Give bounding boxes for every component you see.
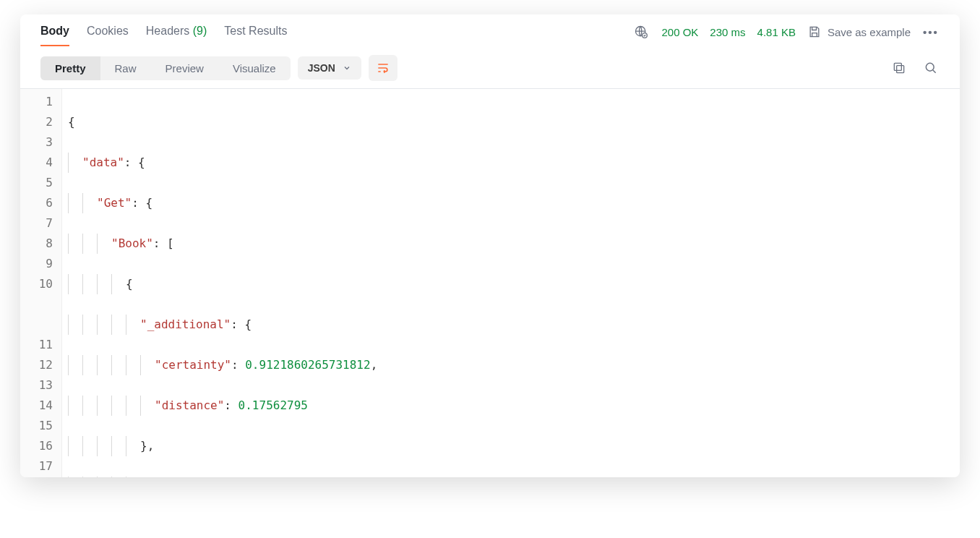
line-number: 4: [26, 153, 53, 173]
view-mode-segment: Pretty Raw Preview Visualize: [40, 56, 291, 80]
response-panel: Body Cookies Headers (9) Test Results 20…: [20, 14, 960, 477]
tab-headers[interactable]: Headers (9): [146, 25, 207, 46]
status-group: 200 OK 230 ms 4.81 KB Save as example ••…: [632, 23, 940, 48]
save-as-example-button[interactable]: Save as example: [807, 25, 911, 39]
line-number: [26, 315, 53, 335]
wrap-icon: [376, 61, 390, 75]
line-number: 10: [26, 274, 53, 294]
line-number: 3: [26, 132, 53, 153]
line-number: 5: [26, 173, 53, 193]
tab-cookies[interactable]: Cookies: [87, 25, 129, 46]
more-actions-button[interactable]: •••: [922, 23, 940, 40]
svg-rect-3: [894, 63, 901, 70]
status-size: 4.81 KB: [757, 26, 796, 38]
view-preview[interactable]: Preview: [151, 56, 218, 80]
save-as-example-label: Save as example: [828, 26, 911, 38]
line-number: 2: [26, 112, 53, 132]
tab-headers-count: (9): [193, 25, 207, 37]
tab-headers-label: Headers: [146, 25, 189, 37]
copy-button[interactable]: [890, 59, 908, 77]
line-number: 8: [26, 234, 53, 254]
svg-rect-2: [897, 66, 904, 73]
line-number: 12: [26, 355, 53, 375]
line-number: 17: [26, 456, 53, 477]
chevron-down-icon: [343, 64, 351, 72]
line-number: 13: [26, 375, 53, 396]
line-number: 16: [26, 436, 53, 456]
response-tabs: Body Cookies Headers (9) Test Results 20…: [20, 14, 960, 48]
view-visualize[interactable]: Visualize: [218, 56, 291, 80]
tab-test-results[interactable]: Test Results: [224, 25, 287, 46]
line-number: 9: [26, 254, 53, 274]
save-icon: [807, 25, 822, 39]
tab-body[interactable]: Body: [40, 25, 69, 46]
format-dropdown[interactable]: JSON: [298, 56, 361, 80]
code-content[interactable]: { "data": { "Get": { "Book": [ { "_addit…: [62, 89, 960, 477]
response-toolbar: Pretty Raw Preview Visualize JSON: [20, 48, 960, 88]
wrap-lines-button[interactable]: [369, 55, 397, 81]
line-number: [26, 294, 53, 315]
line-number: 14: [26, 396, 53, 416]
svg-point-4: [926, 63, 934, 71]
line-number: 11: [26, 335, 53, 355]
line-gutter: 1 2 3 4 5 6 7 8 9 10 11 12 13 14 15 16 1…: [20, 89, 62, 477]
line-number: 15: [26, 416, 53, 436]
search-button[interactable]: [922, 59, 940, 77]
view-pretty[interactable]: Pretty: [40, 56, 100, 80]
format-dropdown-label: JSON: [308, 62, 335, 74]
line-number: 1: [26, 92, 53, 112]
status-time: 230 ms: [710, 26, 745, 38]
line-number: 6: [26, 193, 53, 213]
response-body: 1 2 3 4 5 6 7 8 9 10 11 12 13 14 15 16 1…: [20, 88, 960, 477]
line-number: 7: [26, 213, 53, 234]
view-raw[interactable]: Raw: [100, 56, 151, 80]
globe-icon[interactable]: [632, 23, 650, 40]
status-code: 200 OK: [661, 26, 698, 38]
